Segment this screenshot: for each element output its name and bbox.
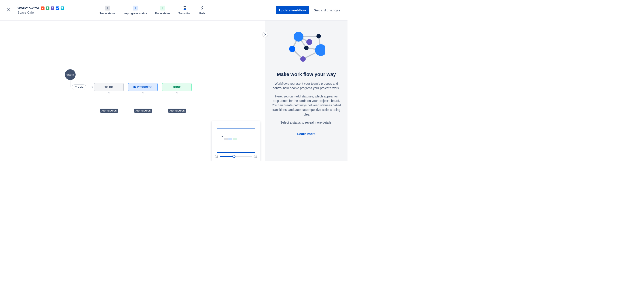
any-status-tag[interactable]: ANY STATUS — [100, 109, 118, 113]
zoom-thumb[interactable] — [232, 155, 236, 158]
collapse-panel-button[interactable] — [262, 32, 268, 37]
rule-icon — [200, 5, 205, 10]
toolbar-label: Rule — [200, 12, 205, 15]
minimap-viewport[interactable] — [217, 128, 255, 153]
any-status-tag[interactable]: ANY STATUS — [168, 109, 186, 113]
svg-point-18 — [304, 46, 308, 50]
svg-point-19 — [289, 46, 296, 52]
plus-icon: + — [160, 5, 165, 10]
svg-point-20 — [315, 44, 325, 56]
toolbar-label: Done status — [155, 12, 170, 15]
zoom-in-icon[interactable] — [253, 154, 258, 158]
chevron-right-icon — [264, 33, 266, 35]
workflow-illustration — [287, 30, 325, 66]
workflow-canvas[interactable]: START Create TO DO IN PROGRESS DONE ANY … — [0, 20, 265, 161]
issuetype-icon-blue — [56, 6, 59, 10]
minimap-status-bar — [233, 138, 237, 140]
editor-main: START Create TO DO IN PROGRESS DONE ANY … — [0, 20, 348, 161]
help-panel-title: Make work flow your way — [272, 71, 341, 77]
svg-rect-3 — [184, 6, 186, 7]
create-transition[interactable]: Create — [72, 84, 86, 90]
add-done-status-button[interactable]: + Done status — [155, 5, 170, 15]
issuetype-icon-red — [41, 6, 44, 10]
svg-point-21 — [300, 56, 306, 62]
any-status-tag[interactable]: ANY STATUS — [134, 109, 152, 113]
zoom-controls — [214, 154, 258, 158]
discard-changes-button[interactable]: Discard changes — [312, 6, 342, 14]
help-panel-text: Workflows represent your team's process … — [272, 81, 341, 90]
help-panel-text: Here, you can add statuses, which appear… — [272, 94, 341, 117]
status-done[interactable]: DONE — [162, 83, 192, 91]
status-inprogress[interactable]: IN PROGRESS — [128, 83, 158, 91]
transition-icon — [182, 5, 188, 10]
plus-icon: + — [105, 5, 110, 10]
project-name: Space Cafe — [18, 11, 64, 14]
svg-point-15 — [294, 32, 304, 41]
svg-point-16 — [316, 34, 321, 38]
learn-more-link[interactable]: Learn more — [297, 132, 316, 136]
add-todo-status-button[interactable]: + To-do status — [100, 5, 116, 15]
title-block: Workflow for Space Cafe — [18, 6, 64, 14]
minimap — [212, 121, 260, 161]
close-icon — [6, 7, 11, 12]
svg-point-0 — [42, 7, 44, 9]
toolbar-label: To-do status — [100, 12, 116, 15]
add-transition-button[interactable]: Transition — [178, 5, 191, 15]
issuetype-icon-green — [46, 6, 50, 10]
status-todo[interactable]: TO DO — [94, 83, 124, 91]
svg-point-17 — [306, 39, 312, 45]
minimap-start-dot — [222, 136, 223, 137]
start-node[interactable]: START — [65, 69, 76, 80]
page-title: Workflow for — [18, 6, 39, 10]
add-inprogress-status-button[interactable]: + In-progress status — [124, 5, 147, 15]
help-panel-text: Select a status to reveal more details. — [272, 120, 341, 125]
minimap-status-bar — [228, 138, 232, 140]
svg-rect-4 — [184, 9, 186, 10]
zoom-slider[interactable] — [220, 156, 252, 157]
workflow-editor-header: Workflow for Space Cafe + To-do status +… — [0, 0, 348, 20]
issuetype-icon-lightblue — [60, 6, 64, 10]
issuetype-icon-purple — [51, 6, 54, 10]
plus-icon: + — [133, 5, 138, 10]
minimap-status-bar — [224, 138, 228, 140]
toolbar-label: Transition — [178, 12, 191, 15]
update-workflow-button[interactable]: Update workflow — [276, 6, 309, 14]
zoom-out-icon[interactable] — [214, 154, 218, 158]
toolbar-label: In-progress status — [124, 12, 147, 15]
svg-rect-2 — [62, 8, 63, 9]
workflow-toolbar: + To-do status + In-progress status + Do… — [100, 5, 205, 15]
help-panel: Make work flow your way Workflows repres… — [265, 20, 348, 161]
close-button[interactable] — [4, 5, 13, 15]
add-rule-button[interactable]: Rule — [200, 5, 205, 15]
